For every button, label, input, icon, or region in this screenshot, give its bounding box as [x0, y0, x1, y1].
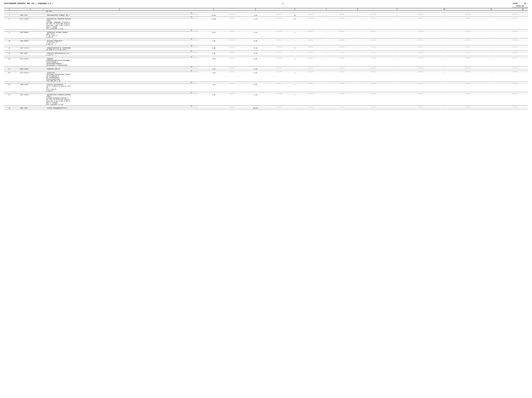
table-cell — [4, 51, 14, 52]
table-cell: - — [423, 47, 465, 51]
unit-cell: ШТ — [46, 16, 193, 18]
table-cell: - — [423, 14, 465, 16]
table-cell: 14 — [4, 68, 14, 70]
col-separator — [193, 92, 198, 94]
col-separator — [14, 52, 20, 56]
col-separator — [276, 68, 282, 70]
col-separator — [512, 84, 518, 92]
table-cell — [423, 105, 465, 107]
col-separator — [229, 92, 234, 94]
table-cell — [345, 30, 371, 32]
col-separator — [371, 18, 376, 30]
table-cell: - — [282, 68, 308, 70]
table-cell — [4, 16, 14, 18]
col-separator — [229, 51, 234, 52]
doc-id: 12130 — [513, 3, 518, 5]
table-cell — [198, 66, 229, 68]
col-separator — [418, 47, 423, 51]
col-separator — [371, 82, 376, 83]
table-cell — [20, 13, 41, 14]
unit-row: ШТ — [4, 38, 528, 40]
table-cell — [376, 56, 418, 58]
table-row: 151517-1422-2-РЕЗИСТОРЫЛЕНТОЧНЫЕ,ПРОВОЛО… — [4, 72, 528, 82]
table-cell: - — [518, 40, 528, 45]
table-cell: 1,00 — [198, 58, 229, 66]
col-separator — [418, 105, 423, 107]
table-cell: - — [313, 94, 339, 106]
unit-row: ШТ — [4, 56, 528, 58]
col-separator — [371, 66, 376, 68]
table-cell: - — [470, 58, 512, 66]
table-cell: - — [423, 58, 465, 66]
col-separator — [371, 105, 376, 107]
table-cell: 1 — [282, 58, 308, 66]
col-separator — [14, 107, 20, 109]
unit-cell: ШТ — [46, 51, 193, 52]
col-separator — [371, 16, 376, 18]
table-cell: - — [470, 68, 512, 70]
unit-cell: ШТ — [46, 13, 193, 14]
col-separator — [418, 82, 423, 83]
table-cell — [470, 51, 512, 52]
col-separator — [371, 38, 376, 40]
col-separator — [276, 14, 282, 16]
col-separator — [339, 45, 345, 47]
table-cell: 1,00 — [198, 94, 229, 106]
table-cell — [20, 70, 41, 72]
table-cell: 17 — [4, 94, 14, 106]
table-cell: 1,05 — [235, 14, 277, 16]
col-separator — [465, 68, 470, 70]
col-separator — [339, 10, 345, 13]
col-separator — [229, 84, 234, 92]
col-separator — [418, 18, 423, 30]
table-cell: 1,15 — [235, 18, 277, 30]
col-separator — [308, 72, 313, 82]
table-row: 101504-03064-ВСТАВКА ПЛАВКАЯ=ПТТУ 36,110… — [4, 40, 528, 45]
col-separator — [371, 51, 376, 52]
table-cell — [4, 30, 14, 32]
col-separator — [418, 94, 423, 106]
table-cell: 3609-10465 — [20, 68, 41, 70]
table-cell — [376, 92, 418, 94]
table-cell — [282, 51, 308, 52]
col-separator — [418, 38, 423, 40]
col-separator — [371, 52, 376, 56]
col-separator — [371, 72, 376, 82]
table-cell — [376, 45, 418, 47]
col-separator — [418, 66, 423, 68]
col-separator — [41, 30, 46, 32]
col-separator — [465, 84, 470, 92]
col-separator — [308, 92, 313, 94]
col-separator — [41, 40, 46, 45]
col-separator — [371, 56, 376, 58]
col-separator — [512, 47, 518, 51]
table-cell: - — [518, 94, 528, 106]
table-cell: 12,00 — [198, 18, 229, 30]
table-cell — [20, 16, 41, 18]
col-separator — [512, 13, 518, 14]
col-separator — [371, 84, 376, 92]
table-row: 171517-1453-2-ВЫКЛЮЧАТЕЛИ,ТУМБЛЕРЫ,ПЕРЕК… — [4, 94, 528, 106]
col-separator — [418, 14, 423, 16]
description-cell: -ВСТАВКА ПЛАВКАЯ=ПТТУ 36,1101-710,002 КГ — [46, 40, 193, 45]
col-separator — [193, 18, 198, 30]
col-separator — [41, 47, 46, 51]
table-cell: 11 — [4, 47, 14, 51]
table-cell — [423, 16, 465, 18]
col-separator — [339, 92, 345, 94]
table-cell — [345, 51, 371, 52]
table-cell: - — [518, 47, 528, 51]
table-cell — [235, 92, 277, 94]
col-sep-9: : — [418, 8, 423, 10]
col-separator — [465, 70, 470, 72]
col-separator — [14, 56, 20, 58]
col-separator — [276, 18, 282, 30]
table-cell — [423, 66, 465, 68]
table-cell — [518, 16, 528, 18]
col-separator — [512, 94, 518, 106]
col-separator — [14, 40, 20, 45]
table-row: 181507-7020-ПАТРОН РЕЗЬБОВОЙ=Е27Ф-21-260… — [4, 107, 528, 109]
table-cell: 12,00 — [198, 14, 229, 16]
col-separator — [339, 105, 345, 107]
table-row: 121507-5051-АРМАТУРА СИГНАЛЬНАЯ=АС-2200,… — [4, 52, 528, 56]
